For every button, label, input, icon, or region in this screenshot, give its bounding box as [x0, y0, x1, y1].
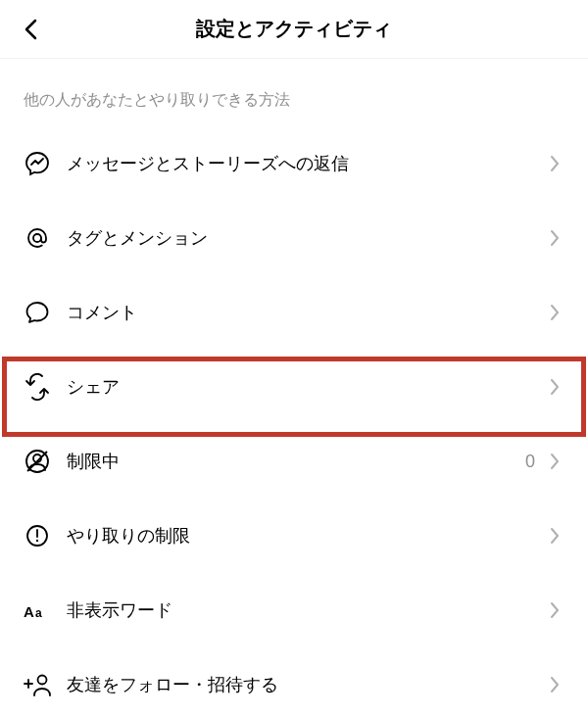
- svg-text:a: a: [35, 606, 42, 620]
- row-label: シェア: [67, 375, 545, 399]
- add-friend-icon: [24, 671, 67, 698]
- messenger-icon: [24, 150, 67, 177]
- row-interaction-limits[interactable]: やり取りの制限: [0, 499, 588, 573]
- section-heading: 他の人があなたとやり取りできる方法: [0, 59, 588, 126]
- chevron-right-icon: [545, 676, 564, 693]
- svg-point-0: [33, 234, 41, 242]
- row-restricted[interactable]: 制限中 0: [0, 424, 588, 499]
- restrict-icon: [24, 448, 67, 475]
- limits-icon: [24, 522, 67, 549]
- row-label: タグとメンション: [67, 226, 545, 250]
- back-button[interactable]: [12, 10, 51, 49]
- svg-point-6: [36, 540, 38, 542]
- chevron-right-icon: [545, 601, 564, 619]
- hidden-words-icon: Aa: [24, 598, 67, 622]
- comment-icon: [24, 299, 67, 326]
- at-icon: [24, 224, 67, 252]
- chevron-right-icon: [545, 378, 564, 396]
- row-label: 非表示ワード: [67, 598, 545, 622]
- row-tags-mentions[interactable]: タグとメンション: [0, 201, 588, 275]
- row-hidden-words[interactable]: Aa 非表示ワード: [0, 573, 588, 647]
- row-label: 友達をフォロー・招待する: [67, 673, 545, 696]
- row-value: 0: [525, 452, 535, 472]
- row-messages-stories-replies[interactable]: メッセージとストーリーズへの返信: [0, 126, 588, 201]
- chevron-right-icon: [545, 304, 564, 321]
- svg-point-11: [38, 676, 47, 685]
- row-label: コメント: [67, 301, 545, 324]
- share-icon: [24, 373, 67, 401]
- chevron-left-icon: [24, 19, 39, 40]
- chevron-right-icon: [545, 453, 564, 470]
- chevron-right-icon: [545, 229, 564, 247]
- page-title: 設定とアクティビティ: [196, 16, 392, 42]
- row-label: メッセージとストーリーズへの返信: [67, 152, 545, 175]
- header: 設定とアクティビティ: [0, 0, 588, 59]
- row-follow-invite-friends[interactable]: 友達をフォロー・招待する: [0, 647, 588, 716]
- row-share[interactable]: シェア: [0, 350, 588, 424]
- row-label: 制限中: [67, 450, 525, 473]
- row-label: やり取りの制限: [67, 524, 545, 548]
- row-comments[interactable]: コメント: [0, 275, 588, 350]
- chevron-right-icon: [545, 527, 564, 545]
- svg-text:A: A: [24, 603, 34, 620]
- chevron-right-icon: [545, 155, 564, 172]
